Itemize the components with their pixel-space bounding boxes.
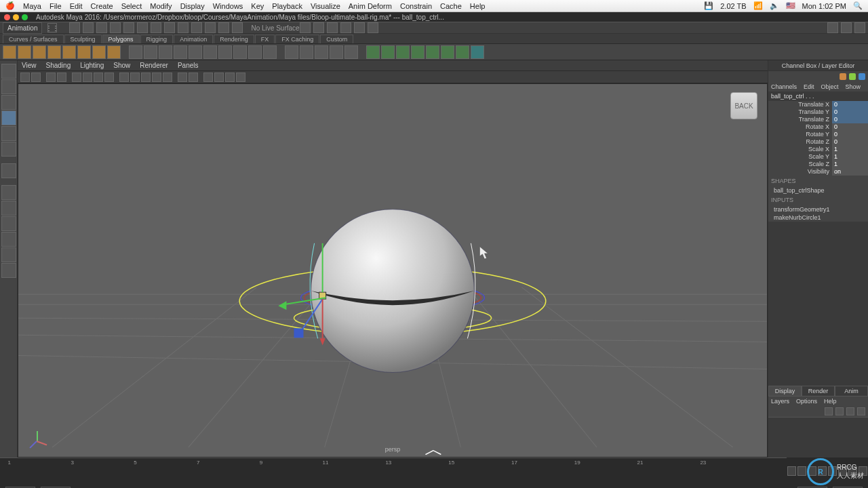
poly-bevel-icon[interactable] [218, 45, 232, 59]
menu-animdeform[interactable]: Anim Deform [349, 2, 392, 10]
tab-polygons[interactable]: Polygons [102, 35, 140, 43]
xray-icon[interactable] [189, 73, 198, 82]
panel-view[interactable]: View [22, 62, 37, 69]
film-gate-icon[interactable] [83, 73, 92, 82]
toggle-attreditor-icon[interactable] [854, 22, 865, 33]
layer-up-icon[interactable] [835, 407, 844, 415]
attr-value[interactable]: 0 [832, 116, 868, 123]
snap-plane-icon[interactable] [218, 22, 229, 33]
layer-list[interactable] [768, 417, 868, 458]
panel-renderer[interactable]: Renderer [140, 62, 168, 69]
attr-value[interactable]: 0 [832, 138, 868, 146]
tab-fxcaching[interactable]: FX Caching [275, 35, 319, 43]
triangulate-icon[interactable] [300, 45, 313, 59]
zoom-icon[interactable] [22, 14, 28, 20]
open-scene-icon[interactable] [83, 22, 94, 33]
poly-torus-icon[interactable] [77, 45, 91, 59]
uv-planar-icon[interactable] [366, 45, 380, 59]
save-scene-icon[interactable] [96, 22, 107, 33]
menu-constrain[interactable]: Constrain [400, 2, 432, 10]
cb-show[interactable]: Show [846, 83, 861, 90]
selected-object[interactable]: ball_top_ctrl . . . [768, 92, 868, 101]
uv-unfold-icon[interactable] [441, 45, 454, 59]
redo-icon[interactable] [123, 22, 134, 33]
poly-smooth-icon[interactable] [159, 45, 172, 59]
gate-mask-icon[interactable] [104, 73, 114, 82]
attr-label[interactable]: Visibility [768, 168, 832, 176]
quadrangulate-icon[interactable] [315, 45, 328, 59]
lights-icon[interactable] [152, 73, 161, 82]
substance-icon[interactable] [471, 45, 484, 59]
cb-edit[interactable]: Edit [804, 83, 814, 90]
select-mode-icon[interactable] [137, 22, 148, 33]
shadows-icon[interactable] [163, 73, 172, 82]
aa-icon[interactable] [236, 73, 245, 82]
render-settings-icon[interactable] [340, 22, 351, 33]
tab-curves[interactable]: Curves / Surfaces [3, 35, 64, 43]
attr-label[interactable]: Rotate Z [768, 138, 832, 146]
attr-value[interactable]: 1 [832, 153, 868, 161]
attr-label[interactable]: Translate Z [768, 116, 832, 123]
viewport[interactable]: BACK persp [18, 83, 768, 458]
light-editor-icon[interactable] [368, 22, 378, 33]
uv-auto-icon[interactable] [411, 45, 425, 59]
menuset-icon[interactable]: ⋮⋮ [47, 23, 57, 33]
tab-sculpting[interactable]: Sculpting [64, 35, 102, 43]
grid-icon[interactable] [72, 73, 81, 82]
panel-show[interactable]: Show [113, 62, 130, 69]
manip-speed-icon2[interactable] [849, 73, 856, 80]
attr-label[interactable]: Rotate X [768, 123, 832, 131]
construction-history-icon[interactable] [300, 22, 311, 33]
panel-lighting[interactable]: Lighting [80, 62, 104, 69]
time-slider[interactable]: 1 3 5 7 9 11 13 15 17 19 21 23 [0, 458, 868, 485]
hypershade-icon[interactable] [354, 22, 365, 33]
workspace-selector[interactable]: Animation [3, 22, 42, 34]
imageplane-icon[interactable] [57, 73, 66, 82]
input-node[interactable]: makeNurbCircle1 [768, 214, 868, 222]
poly-bridge-icon[interactable] [203, 45, 217, 59]
layers-help[interactable]: Help [824, 398, 837, 405]
layer-tab-anim[interactable]: Anim [835, 386, 868, 396]
ipr-icon[interactable] [327, 22, 338, 33]
menu-file[interactable]: File [50, 2, 62, 10]
tab-rendering[interactable]: Rendering [214, 35, 254, 43]
scale-tool[interactable] [1, 142, 16, 157]
uv-layout-icon[interactable] [456, 45, 469, 59]
poly-plane-icon[interactable] [62, 45, 76, 59]
snap-point-icon[interactable] [205, 22, 216, 33]
uv-cyl-icon[interactable] [381, 45, 395, 59]
attr-value[interactable]: 0 [832, 131, 868, 138]
attr-label[interactable]: Translate X [768, 101, 832, 108]
poly-targetweld-icon[interactable] [248, 45, 262, 59]
attr-label[interactable]: Rotate Y [768, 131, 832, 138]
apple-icon[interactable]: 🍎 [5, 1, 15, 10]
toggle-channelbox-icon[interactable] [827, 22, 838, 33]
uv-sphere-icon[interactable] [396, 45, 410, 59]
attr-label[interactable]: Translate Y [768, 108, 832, 116]
range-slider[interactable]: 1 1 24 48 [0, 485, 868, 488]
clock[interactable]: Mon 1:02 PM [802, 2, 846, 10]
wireframe-icon[interactable] [119, 73, 129, 82]
layers-menu[interactable]: Layers [771, 398, 789, 405]
attr-value[interactable]: on [832, 168, 868, 176]
poly-sphere-icon[interactable] [3, 45, 16, 59]
panel-panels[interactable]: Panels [178, 62, 199, 69]
close-icon[interactable] [4, 14, 10, 20]
poly-pyramid-icon[interactable] [92, 45, 106, 59]
paint-select-icon[interactable] [164, 22, 175, 33]
lasso-tool[interactable] [1, 79, 16, 94]
motion-blur-icon[interactable] [214, 73, 224, 82]
tab-custom[interactable]: Custom [320, 35, 353, 43]
manip-speed-icon[interactable] [840, 73, 846, 80]
select-camera-icon[interactable] [20, 73, 30, 82]
softedge-icon[interactable] [330, 45, 343, 59]
menu-edit[interactable]: Edit [70, 2, 83, 10]
layout-single-icon[interactable] [1, 185, 16, 200]
hardedge-icon[interactable] [344, 45, 358, 59]
poly-extrude-icon[interactable] [189, 45, 202, 59]
rotate-tool[interactable] [1, 126, 16, 141]
layer-down-icon[interactable] [846, 407, 854, 415]
smooth-shade-icon[interactable] [130, 73, 140, 82]
menu-select[interactable]: Select [121, 2, 142, 10]
layout-graph-icon[interactable] [1, 247, 16, 262]
